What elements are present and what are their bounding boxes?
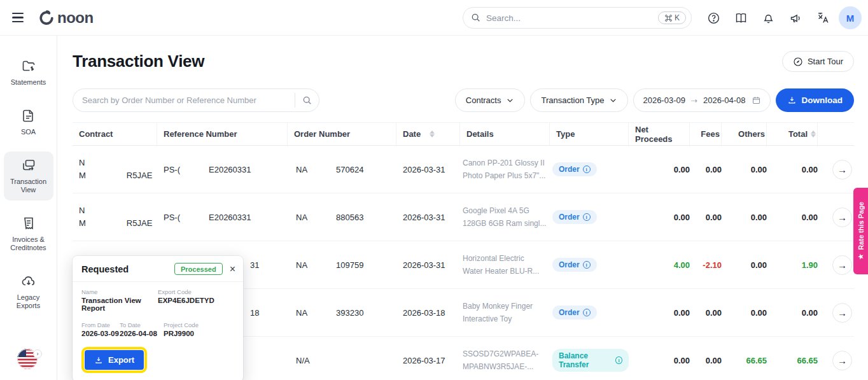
sidebar-item-transaction-view[interactable]: Transaction View — [4, 151, 53, 201]
rate-this-page-tab[interactable]: ★ Rate this Page — [853, 188, 868, 274]
table-search-input[interactable] — [73, 95, 295, 105]
total-cell: 66.65 — [767, 356, 818, 365]
start-tour-button[interactable]: Start Tour — [782, 51, 854, 72]
reference-cell: PS-(E20260331 — [157, 165, 288, 174]
others-cell: 66.65 — [722, 356, 767, 365]
details-cell: Horizontal ElectricWater Heater BLU-R... — [460, 252, 550, 278]
language-translate-icon[interactable] — [811, 6, 834, 29]
others-cell: 0.00 — [722, 308, 767, 318]
table-row: N MR5JAE PS-(E20260331 NA880563 2026-03-… — [73, 194, 854, 241]
close-icon[interactable]: × — [230, 264, 235, 274]
statements-icon — [21, 59, 36, 74]
info-icon[interactable]: i — [583, 309, 591, 316]
col-actions — [818, 123, 854, 145]
order-number-cell: NA570624 — [288, 165, 396, 174]
type-badge[interactable]: Orderi — [552, 258, 597, 272]
table-header: Contract Reference Number Order Number D… — [73, 122, 854, 146]
type-cell: Balance Transferi — [550, 349, 629, 372]
date-range-arrow-icon: ⇢ — [691, 96, 697, 105]
row-detail-arrow-button[interactable]: → — [832, 160, 852, 179]
net-proceeds-cell: 0.00 — [629, 308, 690, 318]
country-flag-selector[interactable]: › — [17, 348, 39, 371]
from-date-label: From Date — [81, 321, 120, 328]
sidebar-item-label: Transaction View — [5, 178, 52, 194]
sort-icon[interactable] — [430, 130, 435, 137]
type-badge[interactable]: Orderi — [552, 162, 597, 176]
col-date[interactable]: Date — [396, 123, 460, 145]
transaction-type-filter-dropdown[interactable]: Transaction Type — [530, 88, 628, 112]
table-row: N MR5JAE PS-(E20260331 NA570624 2026-03-… — [73, 146, 854, 194]
noon-logo[interactable]: noon — [38, 9, 94, 27]
export-button[interactable]: Export — [85, 350, 144, 370]
details-cell: Google Pixel 4A 5G128GB 6GB Ram singl... — [460, 204, 550, 230]
total-cell: 1.90 — [767, 260, 818, 270]
sidebar-item-statements[interactable]: Statements — [4, 52, 53, 93]
date-to: 2026-04-08 — [703, 95, 746, 105]
noon-logo-icon — [38, 10, 55, 26]
help-icon[interactable] — [702, 6, 725, 29]
type-badge[interactable]: Balance Transferi — [552, 349, 629, 372]
sidebar-item-invoices-creditnotes[interactable]: Invoices & Creditnotes — [4, 209, 53, 258]
contract-cell: N MR5JAE — [73, 204, 157, 230]
date-from: 2026-03-09 — [643, 95, 685, 105]
star-icon: ★ — [857, 253, 864, 260]
date-cell: 2026-03-31 — [396, 165, 460, 174]
col-type: Type — [550, 123, 629, 145]
type-badge[interactable]: Orderi — [552, 210, 597, 224]
announcements-megaphone-icon[interactable] — [784, 6, 807, 29]
row-detail-arrow-button[interactable]: → — [832, 351, 852, 370]
info-icon[interactable]: i — [583, 213, 591, 221]
net-proceeds-cell: 0.00 — [629, 165, 690, 174]
type-cell: Orderi — [550, 210, 629, 224]
download-icon — [787, 95, 797, 105]
to-date-label: To Date — [120, 321, 164, 328]
global-search[interactable]: K — [463, 7, 692, 29]
legacy-exports-cloud-download-icon — [21, 274, 36, 289]
flag-expand-chevron-icon[interactable]: › — [33, 349, 42, 358]
sidebar-item-legacy-exports[interactable]: Legacy Exports — [4, 267, 53, 316]
row-detail-arrow-button[interactable]: → — [832, 303, 852, 323]
name-value: Transaction View Report — [81, 297, 158, 312]
soa-document-icon — [21, 108, 36, 123]
keyboard-shortcut: K — [658, 11, 686, 24]
export-code-label: Export Code — [158, 288, 214, 295]
guide-book-icon[interactable] — [729, 6, 752, 29]
sort-icon[interactable] — [811, 130, 816, 137]
global-search-input[interactable] — [486, 13, 658, 23]
others-cell: 0.00 — [722, 260, 767, 270]
sidebar-item-label: Legacy Exports — [5, 293, 52, 310]
download-button[interactable]: Download — [776, 88, 855, 112]
search-submit-icon[interactable] — [295, 93, 319, 108]
table-search[interactable] — [73, 88, 319, 112]
chevron-down-icon — [609, 96, 617, 104]
command-icon — [664, 14, 673, 22]
row-detail-arrow-button[interactable]: → — [832, 255, 852, 275]
col-reference: Reference Number — [157, 123, 288, 145]
compass-icon — [793, 57, 803, 67]
col-total[interactable]: Total — [767, 123, 818, 145]
reference-cell: PS-(E20260331 — [157, 213, 288, 222]
row-detail-arrow-button[interactable]: → — [832, 208, 852, 227]
type-cell: Orderi — [550, 306, 629, 320]
from-date-value: 2026-03-09 — [81, 330, 120, 337]
export-code-value: EXP4E6JDETYD — [158, 297, 214, 304]
hamburger-menu-icon[interactable] — [5, 5, 31, 31]
info-icon[interactable]: i — [615, 356, 622, 364]
info-icon[interactable]: i — [583, 165, 591, 173]
to-date-value: 2026-04-08 — [120, 330, 164, 337]
user-avatar[interactable]: M — [839, 6, 862, 29]
col-details: Details — [460, 123, 550, 145]
type-cell: Orderi — [550, 162, 629, 176]
others-cell: 0.00 — [722, 213, 767, 222]
sidebar-item-soa[interactable]: SOA — [4, 102, 53, 143]
type-badge[interactable]: Orderi — [552, 306, 597, 320]
details-cell: Baby Monkey FingerInteractive Toy — [460, 300, 550, 325]
contracts-filter-dropdown[interactable]: Contracts — [455, 88, 526, 112]
fees-cell: 0.00 — [690, 356, 722, 365]
search-icon — [471, 13, 481, 23]
info-icon[interactable]: i — [583, 261, 591, 269]
details-cell: Canon PP-201 Glossy IIPhoto Paper Plus 5… — [460, 157, 550, 182]
order-number-cell: NA393230 — [288, 308, 396, 318]
date-range-picker[interactable]: 2026-03-09 ⇢ 2026-04-08 — [633, 88, 770, 112]
notifications-bell-icon[interactable] — [757, 6, 780, 29]
